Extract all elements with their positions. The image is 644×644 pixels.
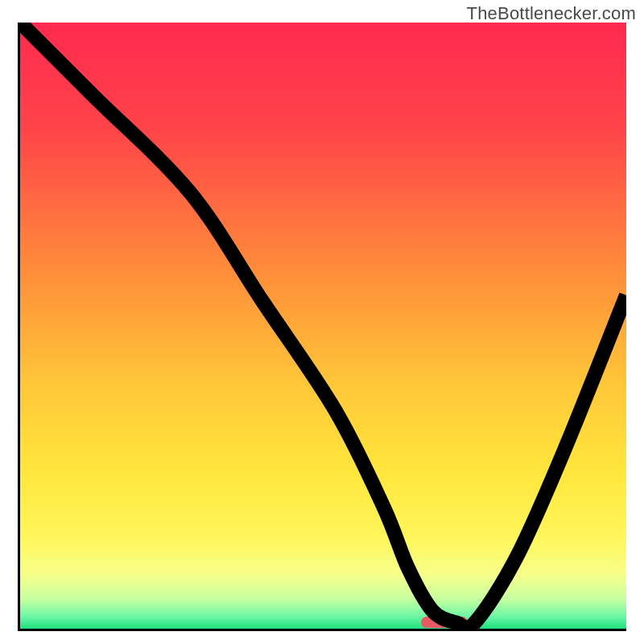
bottleneck-curve xyxy=(20,23,626,629)
watermark-text: TheBottlenecker.com xyxy=(467,3,636,24)
plot-area xyxy=(18,23,626,631)
chart-canvas: TheBottlenecker.com xyxy=(0,0,644,644)
curve-path xyxy=(20,23,626,628)
